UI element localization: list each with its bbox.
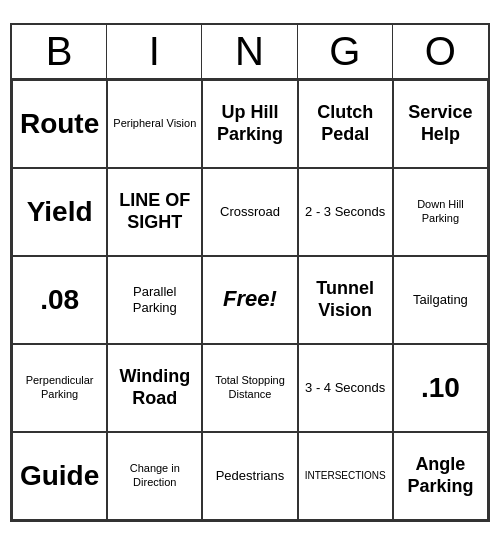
bingo-cell: 2 - 3 Seconds <box>298 168 393 256</box>
header-letter: N <box>202 25 297 78</box>
header-letter: B <box>12 25 107 78</box>
bingo-cell: Free! <box>202 256 297 344</box>
bingo-cell: LINE OF SIGHT <box>107 168 202 256</box>
bingo-cell: Tunnel Vision <box>298 256 393 344</box>
header-letter: G <box>298 25 393 78</box>
bingo-cell: Pedestrians <box>202 432 297 520</box>
bingo-cell: Crossroad <box>202 168 297 256</box>
bingo-cell: Perpendicular Parking <box>12 344 107 432</box>
bingo-cell: 3 - 4 Seconds <box>298 344 393 432</box>
bingo-cell: Clutch Pedal <box>298 80 393 168</box>
bingo-cell: Winding Road <box>107 344 202 432</box>
bingo-card: BINGO RoutePeripheral VisionUp Hill Park… <box>10 23 490 522</box>
bingo-cell: Up Hill Parking <box>202 80 297 168</box>
header-letter: I <box>107 25 202 78</box>
bingo-cell: .10 <box>393 344 488 432</box>
bingo-header: BINGO <box>12 25 488 80</box>
bingo-cell: INTERSECTIONS <box>298 432 393 520</box>
bingo-cell: Tailgating <box>393 256 488 344</box>
bingo-grid: RoutePeripheral VisionUp Hill ParkingClu… <box>12 80 488 520</box>
bingo-cell: Angle Parking <box>393 432 488 520</box>
bingo-cell: Change in Direction <box>107 432 202 520</box>
bingo-cell: Down Hill Parking <box>393 168 488 256</box>
bingo-cell: Total Stopping Distance <box>202 344 297 432</box>
header-letter: O <box>393 25 488 78</box>
bingo-cell: Parallel Parking <box>107 256 202 344</box>
bingo-cell: Route <box>12 80 107 168</box>
bingo-cell: .08 <box>12 256 107 344</box>
bingo-cell: Yield <box>12 168 107 256</box>
bingo-cell: Service Help <box>393 80 488 168</box>
bingo-cell: Guide <box>12 432 107 520</box>
bingo-cell: Peripheral Vision <box>107 80 202 168</box>
